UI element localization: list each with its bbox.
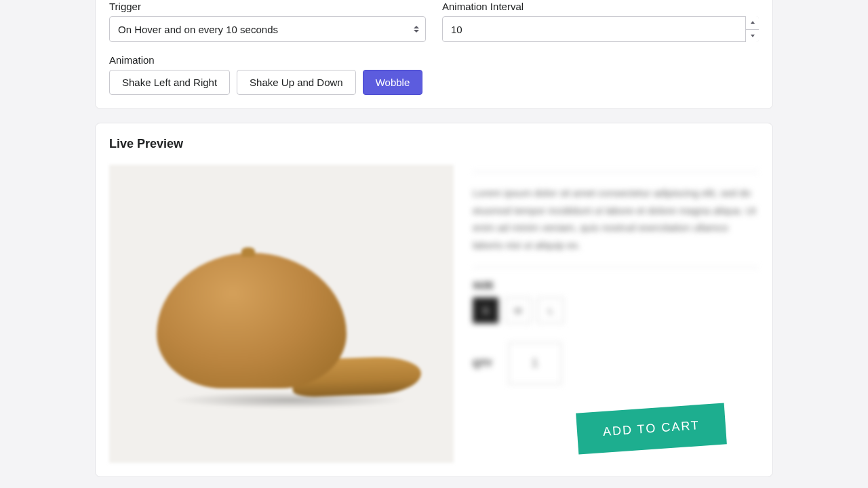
size-option-m[interactable]: M [505, 298, 531, 323]
qty-input[interactable]: 1 [509, 342, 561, 384]
interval-decrement[interactable] [746, 30, 759, 43]
animation-wobble-button[interactable]: Wobble [363, 70, 423, 95]
interval-input[interactable] [442, 16, 759, 42]
trigger-select[interactable]: On Hover and on every 10 seconds [109, 16, 426, 42]
interval-increment[interactable] [746, 16, 759, 30]
preview-title: Live Preview [109, 137, 759, 151]
size-label: SIZE [473, 280, 759, 291]
interval-label: Animation Interval [442, 1, 759, 12]
animation-shake-ud-button[interactable]: Shake Up and Down [237, 70, 356, 95]
animation-shake-lr-button[interactable]: Shake Left and Right [109, 70, 230, 95]
size-option-s[interactable]: S [473, 298, 498, 323]
qty-label: QTY [473, 358, 492, 369]
size-option-l[interactable]: L [538, 298, 564, 323]
animation-label: Animation [109, 54, 759, 66]
product-description: Lorem ipsum dolor sit amet consectetur a… [473, 184, 759, 253]
product-image [109, 165, 454, 463]
trigger-label: Trigger [109, 1, 426, 12]
